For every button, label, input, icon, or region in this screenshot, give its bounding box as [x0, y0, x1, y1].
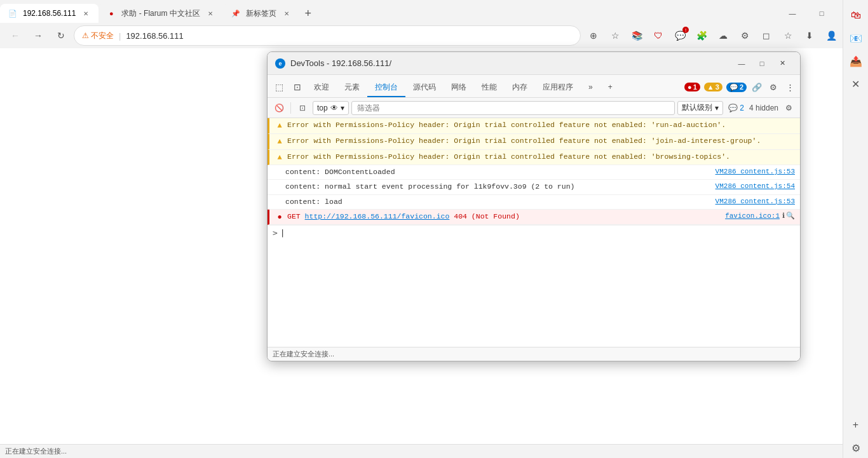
devtools-titlebar: e DevTools - 192.168.56.111/ — □ ✕ — [268, 52, 800, 75]
downloads-icon-btn[interactable]: ⬇ — [799, 25, 820, 46]
top-context-selector[interactable]: top 👁 ▾ — [313, 101, 349, 115]
devtools-tab-inspect[interactable]: ⬚ — [270, 78, 288, 97]
toolbar-icons: ⊕ ☆ 📚 🛡 💬 ! 🧩 ☁ ⚙ ◻ ☆ ⬇ 👤 ··· — [583, 25, 863, 46]
warning-icon-2: ▲ — [275, 137, 285, 147]
settings-icon-btn[interactable]: ⚙ — [735, 25, 755, 46]
tab-3-favicon: 📌 — [231, 8, 241, 18]
log-level-selector[interactable]: 默认级别 ▾ — [677, 101, 723, 115]
tab-1-title: 192.168.56.111 — [23, 9, 76, 18]
tab-2[interactable]: ● 求助 - Flarum 中文社区 ✕ — [98, 4, 222, 23]
address-url: 192.168.56.111 — [126, 31, 183, 41]
devtools-tab-elements[interactable]: 元素 — [337, 78, 367, 97]
warning-icon-1: ▲ — [275, 121, 285, 131]
devtools-tab-application[interactable]: 应用程序 — [535, 78, 581, 97]
cloud-icon-btn[interactable]: ☁ — [713, 25, 733, 46]
favorites-bar-icon-btn[interactable]: ☆ — [778, 25, 798, 46]
console-message-error-1: ● GET http://192.168.56.111/favicon.ico … — [268, 210, 800, 226]
security-label: 不安全 — [91, 30, 114, 41]
console-cursor[interactable]: | — [280, 228, 285, 238]
sidebar-icon-shopping[interactable]: 🛍 — [846, 5, 866, 25]
warning-icon-3: ▲ — [275, 152, 285, 163]
clear-console-button[interactable]: 🚫 — [271, 100, 287, 116]
devtools-window: e DevTools - 192.168.56.111/ — □ ✕ ⬚ ⊡ 欢… — [267, 51, 801, 361]
browser-status-text: 正在建立安全连接... — [5, 447, 67, 456]
notification-badge: ! — [682, 27, 689, 33]
profile-icon-btn[interactable]: 👤 — [821, 25, 841, 46]
message-count-indicator[interactable]: 💬 2 — [726, 104, 747, 112]
console-message-info-3: content: load VM286 content.js:53 — [268, 195, 800, 210]
devtools-network-link-icon[interactable]: 🔗 — [749, 79, 764, 95]
info-message-2-text: content: normal start event processing f… — [285, 182, 710, 192]
devtools-tab-console[interactable]: 控制台 — [367, 78, 405, 97]
devtools-tab-console-toggle[interactable]: ⊡ — [288, 78, 306, 97]
devtools-maximize-button[interactable]: □ — [752, 56, 772, 71]
error-link[interactable]: http://192.168.56.111/favicon.ico — [305, 212, 450, 220]
forward-button[interactable]: → — [28, 25, 48, 46]
console-filter-input[interactable] — [351, 101, 675, 115]
tab-2-close[interactable]: ✕ — [205, 8, 215, 18]
tab-1-favicon: 📄 — [8, 8, 18, 18]
tab-1[interactable]: 📄 192.168.56.111 ✕ — [0, 4, 98, 23]
devtools-more-tabs[interactable]: » — [581, 78, 600, 97]
tab-3-close[interactable]: ✕ — [281, 8, 292, 18]
extensions-icon-btn[interactable]: 🧩 — [691, 25, 712, 46]
new-tab-button[interactable]: + — [299, 4, 317, 22]
message-badge: 💬 2 — [726, 83, 747, 92]
collections-icon-btn[interactable]: 📚 — [627, 25, 647, 46]
minimize-button[interactable]: — — [778, 4, 807, 23]
back-button[interactable]: ← — [5, 25, 25, 46]
console-message-info-1: content: DOMContentLoaded VM286 content.… — [268, 165, 800, 180]
error-search-icon[interactable]: 🔍 — [786, 212, 795, 221]
info-message-1-source[interactable]: VM286 content.js:53 — [715, 167, 795, 177]
error-icon-1: ● — [275, 212, 285, 223]
devtools-tab-sources[interactable]: 源代码 — [405, 78, 444, 97]
error-message-1-source[interactable]: favicon.ico:1 — [725, 212, 780, 221]
devtools-settings-icon[interactable]: ⚙ — [766, 79, 781, 95]
devtools-close-button[interactable]: ✕ — [772, 56, 792, 71]
error-count: 1 — [693, 83, 697, 91]
devtools-tab-network[interactable]: 网络 — [444, 78, 474, 97]
error-info-icon[interactable]: ℹ — [782, 212, 785, 221]
tab-2-favicon: ● — [106, 8, 116, 18]
shield-icon-btn[interactable]: 🛡 — [648, 25, 668, 46]
info-message-2-source[interactable]: VM286 content.js:54 — [715, 182, 795, 191]
favorite-icon-btn[interactable]: ☆ — [605, 25, 625, 46]
devtools-logo-text: e — [278, 60, 281, 67]
devtools-tab-performance[interactable]: 性能 — [474, 78, 505, 97]
sidebar-icon-close[interactable]: ✕ — [846, 74, 866, 94]
browser-frame-icon-btn[interactable]: ◻ — [756, 25, 776, 46]
tab-bar: 📄 192.168.56.111 ✕ ● 求助 - Flarum 中文社区 ✕ … — [0, 0, 868, 23]
console-settings-icon[interactable]: ⚙ — [781, 100, 796, 116]
devtools-tab-memory[interactable]: 内存 — [505, 78, 535, 97]
console-message-warning-3: ▲ Error with Permissions-Policy header: … — [268, 150, 800, 166]
warning-message-2-text: Error with Permissions-Policy header: Or… — [287, 136, 795, 146]
tab-1-close[interactable]: ✕ — [81, 8, 91, 18]
hidden-count-text: 4 hidden — [749, 104, 778, 112]
console-message-info-2: content: normal start event processing f… — [268, 180, 800, 194]
address-bar-row: ← → ↻ ⚠ 不安全 | 192.168.56.111 ⊕ ☆ 📚 🛡 💬 !… — [0, 23, 868, 48]
translate-icon-btn[interactable]: ⊕ — [583, 25, 604, 46]
sidebar-icon-outlook[interactable]: 📧 — [846, 28, 866, 48]
toolbar-divider-1 — [290, 102, 291, 114]
info-message-3-source[interactable]: VM286 content.js:53 — [715, 197, 795, 206]
right-sidebar: 🛍 📧 📤 ✕ + ⚙ — [843, 0, 868, 458]
console-toggle-button[interactable]: ⊡ — [295, 100, 310, 116]
devtools-more-options-icon[interactable]: ⋮ — [782, 79, 797, 95]
maximize-button[interactable]: □ — [807, 4, 836, 23]
log-level-label: 默认级别 — [682, 102, 712, 113]
msg-icon-btn[interactable]: 💬 ! — [670, 25, 690, 46]
devtools-tab-welcome[interactable]: 欢迎 — [306, 78, 337, 97]
sidebar-icon-add[interactable]: + — [846, 415, 866, 435]
devtools-add-tab[interactable]: + — [600, 78, 620, 97]
devtools-minimize-button[interactable]: — — [731, 56, 752, 71]
sidebar-icon-settings[interactable]: ⚙ — [846, 438, 866, 458]
console-message-warning-1: ▲ Error with Permissions-Policy header: … — [268, 118, 800, 134]
devtools-tabs: ⬚ ⊡ 欢迎 元素 控制台 源代码 网络 性能 内存 应用程序 » + ● 1 — [268, 75, 800, 98]
log-level-arrow: ▾ — [715, 104, 719, 112]
refresh-button[interactable]: ↻ — [51, 25, 71, 46]
sidebar-icon-share[interactable]: 📤 — [846, 51, 866, 71]
tab-3[interactable]: 📌 新标签页 ✕ — [223, 4, 299, 23]
main-area: e DevTools - 192.168.56.111/ — □ ✕ ⬚ ⊡ 欢… — [0, 48, 868, 458]
tab-2-title: 求助 - Flarum 中文社区 — [121, 8, 200, 19]
address-bar[interactable]: ⚠ 不安全 | 192.168.56.111 — [74, 25, 581, 46]
